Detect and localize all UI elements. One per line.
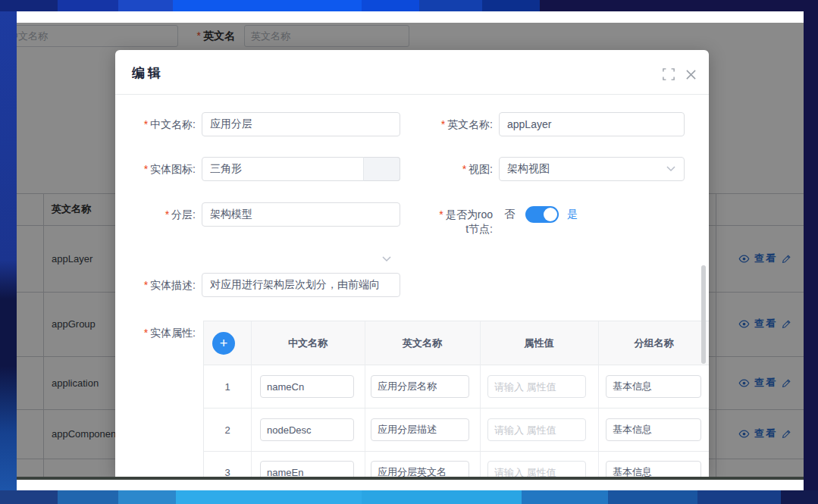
field-label-entity-icon: *实体图标:	[115, 157, 196, 181]
attr-value-input[interactable]	[487, 461, 586, 477]
attr-value-input[interactable]	[487, 418, 586, 441]
attrs-col-group-name: 分组名称	[598, 321, 709, 365]
required-asterisk: *	[462, 163, 466, 175]
decor-right-strip	[804, 11, 818, 490]
attr-name-cn-input[interactable]	[260, 461, 354, 477]
fullscreen-icon[interactable]	[663, 68, 675, 80]
attr-group-input[interactable]	[606, 375, 701, 398]
attr-name-cn-input[interactable]	[260, 418, 354, 441]
required-asterisk: *	[144, 327, 148, 339]
field-label-view: *视图:	[412, 157, 493, 181]
toggle-knob	[544, 208, 557, 221]
required-asterisk: *	[144, 163, 148, 175]
edit-modal: 编辑 *中文名称: *英文名称: *实体图标: *视图: *分层: *是否为ro…	[115, 50, 709, 477]
field-label-is-root: *是否为root节点:	[412, 208, 493, 236]
modal-header-divider	[115, 94, 709, 95]
field-label-text: 分层:	[171, 208, 196, 221]
toggle-off-label: 否	[504, 208, 515, 221]
attr-name-en-input[interactable]	[371, 418, 469, 441]
field-label-text: 实体描述:	[150, 279, 196, 291]
toggle-on-label: 是	[567, 208, 578, 221]
name-en-input[interactable]	[499, 112, 685, 136]
view-select[interactable]	[499, 157, 685, 181]
field-label-text: 英文名称:	[447, 118, 493, 130]
decor-bottom-bar	[0, 490, 818, 504]
attr-name-cn-input[interactable]	[260, 375, 354, 398]
field-label-text: t节点:	[465, 223, 493, 235]
close-icon[interactable]	[685, 69, 697, 80]
field-label-entity-desc: *实体描述:	[115, 273, 196, 297]
chevron-down-icon	[382, 256, 391, 262]
field-label-text: 视图:	[469, 163, 493, 175]
field-label-text: 中文名称:	[150, 118, 196, 130]
required-asterisk: *	[144, 279, 148, 291]
modal-title: 编辑	[132, 64, 164, 82]
attr-row-number: 2	[204, 409, 251, 452]
modal-scrollbar-thumb[interactable]	[701, 265, 706, 364]
field-label-name-en: *英文名称:	[412, 112, 493, 136]
attr-group-input[interactable]	[606, 461, 701, 477]
attr-value-input[interactable]	[487, 375, 586, 398]
attr-group-input[interactable]	[606, 418, 701, 441]
required-asterisk: *	[144, 118, 148, 130]
layer-select[interactable]	[202, 202, 400, 227]
attrs-col-name-cn: 中文名称	[251, 321, 365, 365]
field-label-layer: *分层:	[115, 202, 196, 227]
add-attr-button[interactable]: +	[212, 332, 235, 355]
entity-icon-preview[interactable]	[363, 157, 400, 181]
field-label-entity-attrs: *实体属性:	[115, 321, 196, 345]
field-label-text: 实体图标:	[150, 163, 196, 175]
attrs-col-attr-value: 属性值	[480, 321, 598, 365]
attr-row: 1	[204, 365, 709, 409]
field-label-text: 是否为roo	[446, 208, 493, 221]
required-asterisk: *	[441, 118, 445, 130]
required-asterisk: *	[439, 208, 443, 221]
screenshot-frame: *英文名 英文名称 appLayer appGroup application …	[0, 0, 818, 504]
name-cn-input[interactable]	[202, 112, 400, 136]
attr-row: 2	[204, 409, 709, 452]
attr-row-number: 3	[204, 451, 251, 477]
is-root-toggle[interactable]	[525, 206, 559, 223]
entity-desc-input[interactable]	[202, 273, 400, 297]
field-label-text: 实体属性:	[150, 327, 196, 339]
attr-row-number: 1	[204, 365, 251, 409]
attrs-col-name-en: 英文名称	[365, 321, 480, 365]
modal-window-controls	[663, 68, 697, 80]
decor-left-strip	[0, 11, 17, 490]
browser-chrome-bottom	[17, 480, 804, 490]
app-window: *英文名 英文名称 appLayer appGroup application …	[17, 11, 804, 490]
attr-name-en-input[interactable]	[371, 375, 469, 398]
field-label-name-cn: *中文名称:	[115, 112, 196, 136]
required-asterisk: *	[165, 208, 169, 221]
chevron-down-icon	[666, 166, 675, 172]
attr-name-en-input[interactable]	[371, 461, 469, 477]
entity-attrs-table: + 中文名称 英文名称 属性值 分组名称 1 2	[203, 321, 709, 477]
decor-top-bar	[0, 0, 818, 11]
attr-row: 3	[204, 451, 709, 477]
